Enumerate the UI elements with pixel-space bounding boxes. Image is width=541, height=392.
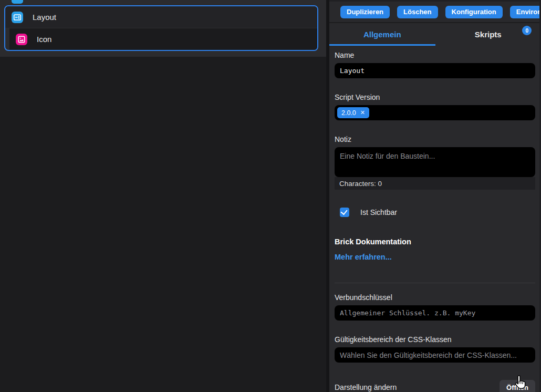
css-scope-input[interactable] <box>335 347 535 363</box>
brick-tree: Layout Icon <box>0 0 326 57</box>
ist-sichtbar-label: Ist Sichtbar <box>360 208 397 216</box>
allgemein-form: Name Script Version 2.0.0 ✕ Notiz Charac… <box>329 46 541 392</box>
script-version-label: Script Version <box>335 93 535 101</box>
selected-brick-group[interactable]: Layout Icon <box>4 5 318 51</box>
darstellung-row: Darstellung ändern Öffnen <box>335 380 535 392</box>
oeffnen-button[interactable]: Öffnen <box>500 380 535 392</box>
action-toolbar: Duplizieren Löschen Konfiguration Enviro… <box>329 2 541 23</box>
script-version-input[interactable]: 2.0.0 ✕ <box>335 105 535 120</box>
section-divider <box>335 283 535 283</box>
css-scope-label: Gültigkeitsbereich der CSS-Klassen <box>335 335 535 344</box>
tab-bar: Allgemein Skripts 0 <box>329 23 541 46</box>
skripts-count-badge: 0 <box>522 26 532 35</box>
loeschen-button[interactable]: Löschen <box>397 6 438 18</box>
verbundschluessel-input[interactable] <box>335 305 535 321</box>
checkmark-icon <box>340 208 347 215</box>
properties-panel: Duplizieren Löschen Konfiguration Enviro… <box>329 0 541 392</box>
ist-sichtbar-checkbox[interactable] <box>340 208 349 217</box>
ist-sichtbar-row: Ist Sichtbar <box>335 208 535 217</box>
notiz-textarea[interactable] <box>335 147 535 177</box>
app-window: Layout Icon Dupliziere <box>0 0 541 392</box>
darstellung-label: Darstellung ändern <box>335 383 397 391</box>
layout-icon <box>12 12 23 23</box>
version-chip: 2.0.0 ✕ <box>337 107 369 118</box>
tree-item-label: Icon <box>37 35 51 44</box>
name-input[interactable] <box>335 63 535 78</box>
name-label: Name <box>335 51 535 59</box>
duplizieren-button[interactable]: Duplizieren <box>340 6 390 18</box>
notiz-label: Notiz <box>335 135 535 143</box>
konfiguration-button[interactable]: Konfiguration <box>445 6 503 18</box>
verbundschluessel-label: Verbundschlüssel <box>335 293 535 302</box>
tree-item-layout[interactable]: Layout <box>5 6 317 28</box>
tab-allgemein[interactable]: Allgemein <box>329 23 435 46</box>
close-icon[interactable]: ✕ <box>360 109 365 116</box>
brick-doc-heading: Brick Dokumentation <box>335 238 535 246</box>
tree-item-label: Layout <box>33 13 56 22</box>
editor-canvas-panel: Layout Icon <box>0 0 326 392</box>
tree-item-icon[interactable]: Icon <box>9 28 317 50</box>
mehr-erfahren-link[interactable]: Mehr erfahren... <box>335 253 392 261</box>
partial-brick-icon <box>12 0 23 4</box>
image-icon <box>16 34 27 45</box>
character-counter: Characters: 0 <box>335 177 535 190</box>
tab-skripts[interactable]: Skripts 0 <box>435 23 541 46</box>
environment-button[interactable]: Environment <box>510 6 541 18</box>
